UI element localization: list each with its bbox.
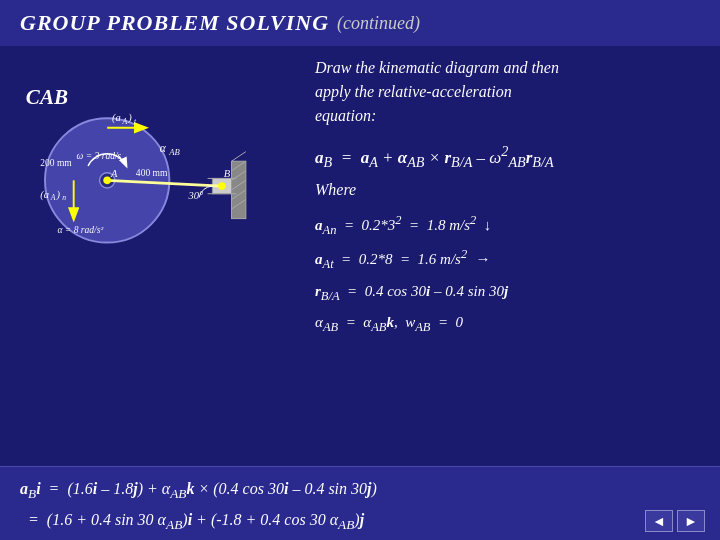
- page: GROUP PROBLEM SOLVING (continued): [0, 0, 720, 540]
- title-bar: GROUP PROBLEM SOLVING (continued): [0, 0, 720, 46]
- main-title: GROUP PROBLEM SOLVING: [20, 10, 329, 36]
- nav-buttons: ◄ ►: [645, 510, 705, 532]
- svg-point-14: [103, 177, 111, 185]
- sub-eq-2: aAt = 0.2*8 = 1.6 m/s2 →: [315, 243, 705, 277]
- svg-text:n: n: [62, 193, 66, 202]
- main-equation: aB = aA + αAB × rB/A – ω2ABrB/A: [315, 143, 705, 171]
- svg-text:): ): [55, 189, 60, 201]
- svg-text:A: A: [121, 117, 127, 126]
- sub-eq-1: aAn = 0.2*32 = 1.8 m/s2 ↓: [315, 209, 705, 243]
- svg-text:(a: (a: [40, 189, 49, 201]
- svg-text:A: A: [50, 193, 56, 202]
- sub-eq-4: αAB = αABk, wAB = 0: [315, 308, 705, 340]
- svg-text:(a: (a: [112, 112, 121, 124]
- svg-text:): ): [127, 112, 132, 124]
- svg-text:400 mm: 400 mm: [136, 167, 168, 178]
- svg-text:α = 8 rad/s²: α = 8 rad/s²: [57, 224, 103, 235]
- back-button[interactable]: ◄: [645, 510, 673, 532]
- svg-text:A: A: [110, 168, 118, 179]
- forward-button[interactable]: ►: [677, 510, 705, 532]
- svg-text:B: B: [224, 168, 231, 179]
- svg-text:ω = 3 rad/s: ω = 3 rad/s: [77, 150, 122, 161]
- svg-text:200 mm: 200 mm: [40, 157, 72, 168]
- instruction-line3: equation:: [315, 107, 376, 124]
- bottom-line1: aBi = (1.6i – 1.8j) + αABk × (0.4 cos 30…: [20, 475, 700, 506]
- svg-point-15: [218, 182, 226, 190]
- instruction-line1: Draw the kinematic diagram and then: [315, 59, 559, 76]
- svg-text:CAB: CAB: [26, 85, 68, 109]
- bottom-line2: = (1.6 + 0.4 sin 30 αAB)i + (-1.8 + 0.4 …: [20, 506, 700, 537]
- left-panel: (a A ) t (a A ) n α AB 30° 400 mm 20: [15, 56, 295, 456]
- sub-equations: aAn = 0.2*32 = 1.8 m/s2 ↓ aAt = 0.2*8 = …: [315, 209, 705, 340]
- where-label: Where: [315, 181, 705, 199]
- svg-text:AB: AB: [168, 147, 180, 157]
- sub-eq-3: rB/A = 0.4 cos 30i – 0.4 sin 30j: [315, 277, 705, 309]
- right-panel: Draw the kinematic diagram and then appl…: [310, 56, 705, 456]
- instruction-line2: apply the relative-acceleration: [315, 83, 512, 100]
- kinematic-diagram: (a A ) t (a A ) n α AB 30° 400 mm 20: [15, 56, 295, 276]
- content-area: (a A ) t (a A ) n α AB 30° 400 mm 20: [0, 46, 720, 466]
- sub-title: (continued): [337, 13, 420, 34]
- bottom-section: aBi = (1.6i – 1.8j) + αABk × (0.4 cos 30…: [0, 466, 720, 540]
- instruction-text: Draw the kinematic diagram and then appl…: [315, 56, 705, 128]
- svg-text:α: α: [160, 142, 167, 154]
